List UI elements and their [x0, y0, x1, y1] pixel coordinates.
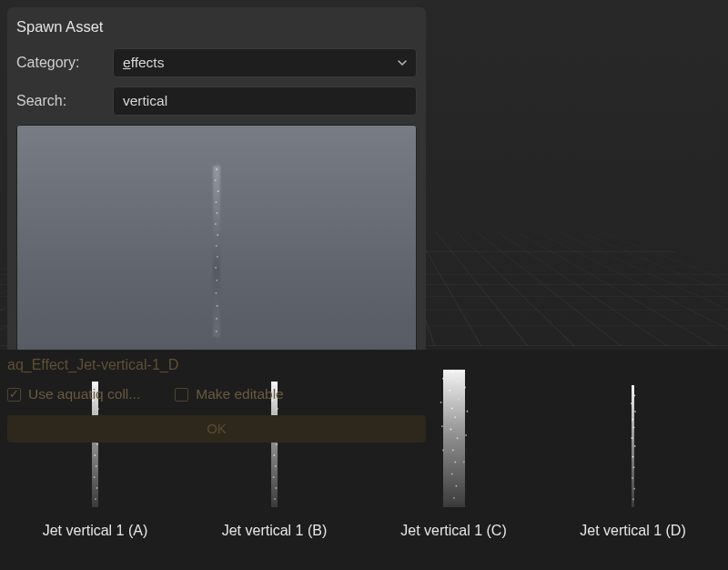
- ok-button[interactable]: OK: [7, 415, 426, 443]
- jet-effect-icon: [427, 361, 481, 510]
- use-collection-label: Use aquatiq coll...: [28, 386, 140, 402]
- panel-title: Spawn Asset: [16, 18, 417, 36]
- asset-thumb: [549, 357, 717, 510]
- spawn-asset-panel: Spawn Asset Category: effects Search:: [7, 7, 426, 367]
- checkbox-icon: [7, 388, 21, 402]
- use-collection-checkbox[interactable]: Use aquatiq coll...: [7, 386, 140, 402]
- search-label: Search:: [16, 93, 104, 109]
- search-input[interactable]: [113, 87, 417, 116]
- jet-effect-icon: [622, 377, 645, 510]
- search-row: Search:: [16, 87, 417, 116]
- asset-label: Jet vertical 1 (A): [43, 523, 148, 539]
- preview-jet-effect: [204, 158, 229, 341]
- category-select[interactable]: effects: [113, 48, 417, 77]
- category-label: Category:: [16, 55, 104, 71]
- make-editable-label: Make editable: [196, 386, 284, 402]
- category-row: Category: effects: [16, 48, 417, 77]
- make-editable-checkbox[interactable]: Make editable: [175, 386, 284, 402]
- asset-card-d[interactable]: Jet vertical 1 (D): [549, 357, 717, 539]
- asset-label: Jet vertical 1 (D): [580, 523, 685, 539]
- checkbox-icon: [175, 388, 188, 402]
- dimmed-dialog-overlay: aq_Effect_Jet-vertical-1_D Use aquatiq c…: [7, 357, 426, 443]
- category-value: effects: [123, 55, 164, 71]
- asset-preview: [16, 125, 417, 354]
- asset-label: Jet vertical 1 (B): [222, 523, 328, 539]
- asset-label: Jet vertical 1 (C): [400, 523, 506, 539]
- asset-filename: aq_Effect_Jet-vertical-1_D: [7, 357, 426, 373]
